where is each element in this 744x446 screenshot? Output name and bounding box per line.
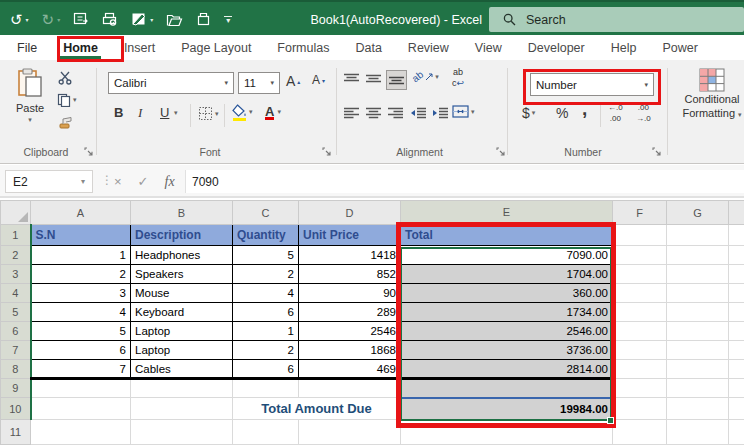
accounting-format-button[interactable]: $▾ — [522, 105, 535, 121]
row-header-1[interactable]: 1 — [1, 225, 31, 246]
row-header-5[interactable]: 5 — [1, 303, 31, 322]
row-header-3[interactable]: 3 — [1, 265, 31, 284]
conditional-formatting-button[interactable]: Conditional Formatting ▾ — [676, 68, 744, 122]
cell[interactable] — [31, 420, 131, 445]
column-header-G[interactable]: G — [667, 201, 729, 225]
name-box-dropdown-icon[interactable]: ▾ — [81, 177, 85, 186]
cell[interactable] — [401, 420, 613, 445]
cell-sn[interactable]: 7 — [31, 360, 131, 379]
cell[interactable] — [729, 420, 744, 445]
cell[interactable] — [299, 379, 401, 398]
tab-formulas[interactable]: Formulas — [264, 35, 342, 60]
underline-button[interactable]: U — [160, 105, 169, 120]
cut-button[interactable] — [58, 71, 72, 85]
cell-sn[interactable]: 3 — [31, 284, 131, 303]
cell[interactable] — [613, 225, 667, 246]
paste-button[interactable]: Paste ▾ — [8, 68, 52, 140]
comma-style-button[interactable]: , — [582, 98, 587, 120]
cell[interactable] — [613, 420, 667, 445]
cell-grand-total[interactable]: 19984.00 — [401, 398, 613, 420]
tab-help[interactable]: Help — [598, 35, 650, 60]
copy-button[interactable]: ▾ — [57, 93, 77, 107]
clipboard-dialog-launcher[interactable] — [84, 147, 94, 157]
cell[interactable] — [613, 303, 667, 322]
underline-dropdown[interactable]: ▾ — [174, 109, 178, 117]
wrap-text-button[interactable]: ab c↩ — [452, 68, 464, 88]
row-header-8[interactable]: 8 — [1, 360, 31, 379]
cell-description[interactable]: Mouse — [131, 284, 233, 303]
cell[interactable] — [233, 420, 299, 445]
cell[interactable] — [729, 341, 744, 360]
orientation-button[interactable]: ab ▾ — [412, 71, 439, 82]
tab-developer[interactable]: Developer — [515, 35, 598, 60]
customize-quick-access-icon[interactable]: ▾ — [224, 16, 232, 23]
cell-description[interactable]: Speakers — [131, 265, 233, 284]
select-all-corner[interactable] — [1, 201, 31, 225]
cell-quantity[interactable]: 2 — [233, 341, 299, 360]
cell[interactable] — [667, 360, 729, 379]
cell-description[interactable]: Keyboard — [131, 303, 233, 322]
cell[interactable] — [613, 379, 667, 398]
quick-print-icon[interactable] — [102, 12, 118, 27]
fill-color-button[interactable]: ▾ — [232, 104, 253, 120]
cell[interactable] — [729, 265, 744, 284]
decrease-decimal-button[interactable]: .00→.0 — [636, 103, 651, 123]
cell[interactable] — [299, 420, 401, 445]
italic-button[interactable]: I — [138, 105, 142, 121]
tab-page-layout[interactable]: Page Layout — [168, 35, 264, 60]
cell-unit-price[interactable]: 852 — [299, 265, 401, 284]
cell-quantity[interactable]: 4 — [233, 284, 299, 303]
merge-center-button[interactable]: ▾ — [452, 105, 475, 118]
formula-input[interactable]: 7090 — [185, 170, 744, 193]
cell-sn[interactable]: 1 — [31, 246, 131, 265]
tab-review[interactable]: Review — [395, 35, 462, 60]
cell[interactable] — [667, 398, 729, 420]
cell[interactable] — [613, 398, 667, 420]
cell-total-amount-due-label[interactable]: Total Amount Due — [233, 398, 401, 420]
cell[interactable] — [667, 284, 729, 303]
row-header-9[interactable]: 9 — [1, 379, 31, 398]
font-name-combo[interactable]: Calibri▾ — [108, 72, 234, 94]
cell-quantity[interactable]: 6 — [233, 303, 299, 322]
column-header-C[interactable]: C — [233, 201, 299, 225]
format-painter-button[interactable] — [58, 116, 73, 131]
cell-unit-price[interactable]: 289 — [299, 303, 401, 322]
fill-handle[interactable] — [607, 417, 614, 424]
row-header-6[interactable]: 6 — [1, 322, 31, 341]
row-header-2[interactable]: 2 — [1, 246, 31, 265]
tab-home[interactable]: Home — [50, 35, 111, 60]
cell-quantity[interactable]: 6 — [233, 360, 299, 379]
align-center-button[interactable] — [366, 107, 381, 119]
cell-description[interactable]: Cables — [131, 360, 233, 379]
cell-unit-price[interactable]: 90 — [299, 284, 401, 303]
cell-total[interactable]: 1704.00 — [401, 265, 613, 284]
cell-header-Quantity[interactable]: Quantity — [233, 225, 299, 246]
cell-total[interactable]: 2546.00 — [401, 322, 613, 341]
cell[interactable] — [613, 284, 667, 303]
enter-check-icon[interactable]: ✓ — [138, 174, 149, 189]
increase-indent-button[interactable] — [432, 107, 448, 119]
cell-total[interactable]: 3736.00 — [401, 341, 613, 360]
cell-unit-price[interactable]: 469 — [299, 360, 401, 379]
percent-style-button[interactable]: % — [556, 105, 568, 121]
cell-header-Total[interactable]: Total — [401, 225, 613, 246]
cell[interactable] — [131, 398, 233, 420]
cell-header-Unit Price[interactable]: Unit Price — [299, 225, 401, 246]
cell[interactable] — [729, 322, 744, 341]
tab-view[interactable]: View — [462, 35, 515, 60]
cell-unit-price[interactable]: 1418 — [299, 246, 401, 265]
cell[interactable] — [131, 420, 233, 445]
align-middle-button[interactable] — [366, 73, 381, 85]
decrease-indent-button[interactable] — [410, 107, 426, 119]
tab-file[interactable]: File — [4, 35, 50, 60]
column-header-E[interactable]: E — [401, 201, 613, 225]
font-dialog-launcher[interactable] — [322, 147, 332, 157]
grow-font-button[interactable]: A▴ — [286, 73, 300, 89]
borders-button[interactable]: ▾ — [198, 106, 219, 121]
align-left-button[interactable] — [344, 107, 359, 119]
cancel-icon[interactable]: × — [114, 174, 122, 189]
align-right-button[interactable] — [388, 107, 403, 119]
cell[interactable] — [613, 322, 667, 341]
cell[interactable] — [31, 379, 131, 398]
number-dialog-launcher[interactable] — [652, 147, 662, 157]
